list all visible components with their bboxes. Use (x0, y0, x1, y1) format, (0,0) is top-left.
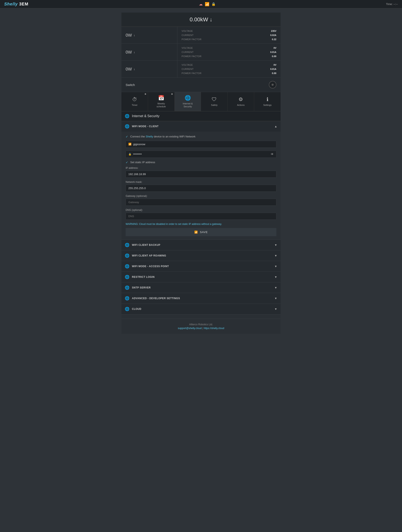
password-input-group: 🔒 👁 (126, 151, 276, 158)
shelly-link[interactable]: Shelly (146, 135, 153, 138)
phase-1-stats: VOLTAGE 235V CURRENT 0.02A POWER FACTOR … (177, 27, 281, 44)
accordion-header-left: 🌐 WIFI MODE - CLIENT (125, 124, 159, 129)
wifi-client-ap-roaming-accordion: 🌐 WIFI CLIENT AP ROAMING ▼ (121, 250, 281, 261)
advanced-dev-settings-header[interactable]: 🌐 ADVANCED - DEVELOPER SETTINGS ▼ (121, 293, 281, 304)
weekly-schedule-icon: 📅 (158, 95, 164, 101)
cloud-globe-icon: 🌐 (125, 307, 130, 311)
ssid-input[interactable] (133, 143, 274, 146)
phase-3-row: 0W ↓ VOLTAGE 0V CURRENT 0.01A POWER FACT… (121, 61, 281, 78)
switch-label: Switch (126, 83, 135, 87)
tab-weekly-schedule[interactable]: 📅 Weeklyschedule (148, 92, 175, 111)
switch-toggle[interactable] (269, 81, 276, 89)
advanced-dev-settings-accordion: 🌐 ADVANCED - DEVELOPER SETTINGS ▼ (121, 293, 281, 304)
wifi-backup-globe-icon: 🌐 (125, 243, 130, 247)
password-lock-icon: 🔒 (128, 153, 131, 156)
app-logo: Shelly 3EM (4, 2, 28, 6)
advanced-chevron: ▼ (274, 297, 277, 300)
ssid-field[interactable]: 📶 (126, 141, 276, 148)
ip-address-label: IP address: (126, 166, 276, 170)
show-password-icon[interactable]: 👁 (271, 152, 274, 156)
restrict-login-chevron: ▼ (274, 275, 277, 279)
advanced-globe-icon: 🌐 (125, 296, 130, 301)
wifi-save-button[interactable]: 📶 SAVE (126, 228, 276, 236)
wifi-mode-ap-accordion: 🌐 WIFI MODE - ACCESS POINT ▼ (121, 261, 281, 272)
phase-3-stats: VOLTAGE 0V CURRENT 0.01A POWER FACTOR 0.… (177, 61, 281, 77)
wifi-mode-client-header[interactable]: 🌐 WIFI MODE - CLIENT ▲ (121, 121, 281, 132)
phase-1-row: 0W ↓ VOLTAGE 235V CURRENT 0.02A POWER FA… (121, 27, 281, 44)
timer-icon: ⏱ (132, 96, 137, 102)
tab-timer[interactable]: ⏱ Timer (121, 92, 148, 111)
dns-input[interactable] (128, 215, 274, 218)
ip-field[interactable] (126, 171, 276, 177)
advanced-title: ADVANCED - DEVELOPER SETTINGS (132, 297, 180, 300)
cloud-title: CLOUD (132, 308, 141, 310)
wifi-icon: 📶 (205, 2, 209, 6)
time-display: Time: --:-- (386, 2, 398, 6)
gateway-field[interactable] (126, 199, 276, 206)
wifi-mode-client-body: ✓ Connect the Shelly device to an existi… (121, 132, 281, 240)
restrict-login-header[interactable]: 🌐 RESTRICT LOGIN ▼ (121, 272, 281, 282)
tab-settings-label: Settings (263, 104, 272, 107)
mask-input[interactable] (128, 187, 274, 190)
cloud-icon: ☁ (199, 2, 203, 6)
wifi-mode-ap-globe-icon: 🌐 (125, 264, 130, 269)
password-input[interactable] (133, 152, 269, 156)
tab-safety[interactable]: 🛡 Safety (201, 92, 227, 111)
footer-company: Allterco Robotics Ltd. (126, 323, 276, 326)
phase-3-power: 0W ↓ (121, 61, 177, 77)
dns-input-group (126, 213, 276, 220)
footer: Allterco Robotics Ltd. support@shelly.cl… (121, 319, 281, 334)
static-ip-check-icon: ✓ (126, 161, 128, 164)
dns-label: DNS (optional): (126, 209, 276, 211)
static-ip-check-row: ✓ Set static IP address (126, 161, 276, 164)
save-wifi-icon: 📶 (194, 231, 198, 234)
gateway-label: Gateway (optional): (126, 195, 276, 197)
top-bar: Shelly 3EM ☁ 📶 🔒 Time: --:-- (0, 0, 402, 8)
internet-security-icon: 🌐 (185, 95, 191, 101)
check-icon: ✓ (126, 135, 128, 138)
phase-2-row: 0W ↓ VOLTAGE 0V CURRENT 0.01A POWER FACT… (121, 44, 281, 61)
tab-timer-label: Timer (132, 104, 137, 107)
tab-internet-security[interactable]: 🌐 Internet &Security (175, 92, 201, 111)
wifi-mode-ap-header[interactable]: 🌐 WIFI MODE - ACCESS POINT ▼ (121, 261, 281, 272)
tab-settings[interactable]: ℹ Settings (254, 92, 281, 111)
lock-icon: 🔒 (211, 2, 216, 6)
sntp-chevron: ▼ (274, 286, 277, 289)
cloud-chevron: ▼ (274, 307, 277, 311)
network-mask-label: Network mask: (126, 181, 276, 184)
wifi-ap-roaming-header[interactable]: 🌐 WIFI CLIENT AP ROAMING ▼ (121, 250, 281, 261)
ssid-input-group: 📶 (126, 141, 276, 148)
wifi-client-chevron-up: ▲ (274, 125, 277, 128)
switch-row: Switch (121, 78, 281, 92)
sntp-server-header[interactable]: 🌐 SNTP SERVER ▼ (121, 282, 281, 293)
ip-input[interactable] (128, 173, 274, 176)
restrict-login-accordion: 🌐 RESTRICT LOGIN ▼ (121, 272, 281, 282)
dns-field[interactable] (126, 213, 276, 220)
sntp-globe-icon: 🌐 (125, 285, 130, 290)
wifi-ap-roaming-globe-icon: 🌐 (125, 253, 130, 258)
settings-icon: ℹ (266, 96, 268, 102)
mask-input-group (126, 185, 276, 192)
footer-support-email[interactable]: support@shelly.cloud (178, 327, 202, 330)
cloud-header[interactable]: 🌐 CLOUD ▼ (121, 304, 281, 314)
wifi-client-title: WIFI MODE - CLIENT (132, 125, 159, 128)
tab-actions[interactable]: ⚙ Actions (227, 92, 254, 111)
wifi-client-backup-header[interactable]: 🌐 WIFI CLIENT BACKUP ▼ (121, 240, 281, 250)
sntp-server-accordion: 🌐 SNTP SERVER ▼ (121, 282, 281, 293)
mask-field[interactable] (126, 185, 276, 192)
wifi-ap-roaming-title: WIFI CLIENT AP ROAMING (132, 254, 166, 257)
section-title: Internet & Security (132, 114, 160, 118)
restrict-login-title: RESTRICT LOGIN (132, 276, 155, 279)
wifi-mode-client-accordion: 🌐 WIFI MODE - CLIENT ▲ ✓ Connect the She… (121, 121, 281, 240)
restrict-login-globe-icon: 🌐 (125, 275, 130, 279)
gateway-input[interactable] (128, 201, 274, 204)
ssid-wifi-icon: 📶 (128, 143, 131, 146)
footer-support-url[interactable]: https://shelly.cloud (204, 327, 224, 330)
phase-2-stats: VOLTAGE 0V CURRENT 0.01A POWER FACTOR 0.… (177, 44, 281, 60)
tab-actions-label: Actions (237, 104, 245, 107)
phase-1-power: 0W ↓ (121, 27, 177, 44)
sntp-title: SNTP SERVER (132, 286, 151, 289)
password-field[interactable]: 🔒 👁 (126, 151, 276, 158)
section-globe-icon: 🌐 (125, 114, 130, 118)
static-ip-label: Set static IP address (130, 161, 155, 164)
